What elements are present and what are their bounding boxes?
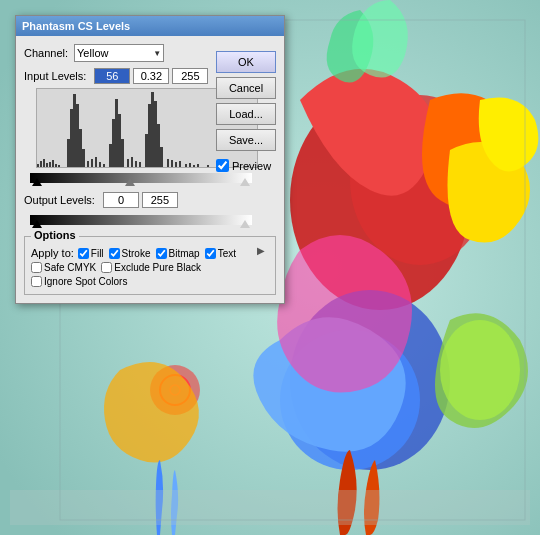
- svg-rect-50: [179, 161, 181, 167]
- dialog-title: Phantasm CS Levels: [22, 20, 130, 32]
- ignore-spot-label[interactable]: Ignore Spot Colors: [31, 276, 127, 287]
- options-inner: ▶ Apply to: Fill Stroke Bitmap: [31, 241, 269, 287]
- svg-rect-48: [171, 160, 173, 167]
- input-gradient-bar: [30, 173, 252, 183]
- svg-point-5: [440, 320, 520, 420]
- output-levels-inputs: [103, 192, 178, 208]
- channel-label: Channel:: [24, 47, 68, 59]
- svg-rect-16: [46, 163, 48, 167]
- svg-rect-40: [139, 162, 141, 167]
- apply-to-row: Apply to: Fill Stroke Bitmap: [31, 247, 269, 259]
- svg-rect-24: [76, 104, 79, 167]
- ignore-spot-text: Ignore Spot Colors: [44, 276, 127, 287]
- input-level-1[interactable]: [94, 68, 130, 84]
- text-checkbox[interactable]: [205, 248, 216, 259]
- text-label: Text: [218, 248, 236, 259]
- safe-cmyk-text: Safe CMYK: [44, 262, 96, 273]
- svg-rect-33: [112, 119, 115, 167]
- svg-rect-26: [82, 149, 85, 167]
- input-level-3[interactable]: [172, 68, 208, 84]
- svg-rect-52: [189, 163, 191, 167]
- stroke-checkbox-label[interactable]: Stroke: [109, 248, 151, 259]
- svg-rect-27: [87, 161, 89, 167]
- svg-rect-15: [43, 159, 45, 167]
- svg-rect-54: [197, 164, 199, 167]
- ignore-spot-row: Ignore Spot Colors: [31, 276, 269, 287]
- black-triangle[interactable]: [32, 178, 42, 186]
- dialog-titlebar: Phantasm CS Levels: [16, 16, 284, 36]
- options-expand-arrow[interactable]: ▶: [257, 245, 265, 256]
- svg-rect-34: [115, 99, 118, 167]
- svg-rect-20: [58, 165, 60, 167]
- svg-rect-42: [148, 104, 151, 167]
- svg-rect-44: [154, 101, 157, 167]
- svg-rect-45: [157, 124, 160, 167]
- bitmap-checkbox[interactable]: [156, 248, 167, 259]
- safe-cmyk-label[interactable]: Safe CMYK: [31, 262, 96, 273]
- svg-rect-19: [55, 164, 57, 167]
- white-triangle[interactable]: [240, 178, 250, 186]
- svg-rect-21: [67, 139, 70, 167]
- load-button[interactable]: Load...: [216, 103, 276, 125]
- channel-select[interactable]: Yellow RGB Red Green Blue Cyan Magenta: [74, 44, 164, 62]
- output-white-triangle[interactable]: [240, 220, 250, 228]
- output-black-triangle[interactable]: [32, 220, 42, 228]
- svg-rect-36: [121, 139, 124, 167]
- exclude-pure-black-checkbox[interactable]: [101, 262, 112, 273]
- svg-rect-29: [95, 157, 97, 167]
- cancel-button[interactable]: Cancel: [216, 77, 276, 99]
- ok-button[interactable]: OK: [216, 51, 276, 73]
- fill-label: Fill: [91, 248, 104, 259]
- svg-rect-53: [193, 165, 195, 167]
- svg-rect-18: [52, 160, 54, 167]
- mid-triangle[interactable]: [125, 178, 135, 186]
- svg-rect-25: [79, 129, 82, 167]
- preview-label: Preview: [232, 160, 271, 172]
- output-level-1[interactable]: [103, 192, 139, 208]
- output-levels-row: Output Levels:: [24, 192, 276, 208]
- svg-rect-23: [73, 94, 76, 167]
- save-button[interactable]: Save...: [216, 129, 276, 151]
- input-slider-area[interactable]: [30, 170, 252, 186]
- stroke-label: Stroke: [122, 248, 151, 259]
- safe-cmyk-row: Safe CMYK Exclude Pure Black: [31, 262, 269, 273]
- svg-rect-35: [118, 114, 121, 167]
- options-section: Options ▶ Apply to: Fill Stroke: [24, 236, 276, 295]
- levels-dialog: Phantasm CS Levels Channel: Yellow RGB R…: [15, 15, 285, 304]
- preview-row: Preview: [216, 159, 276, 172]
- input-levels-inputs: [94, 68, 208, 84]
- svg-rect-13: [37, 164, 39, 167]
- preview-checkbox-label[interactable]: Preview: [216, 159, 271, 172]
- svg-rect-30: [99, 162, 101, 167]
- ignore-spot-checkbox[interactable]: [31, 276, 42, 287]
- stroke-checkbox[interactable]: [109, 248, 120, 259]
- bitmap-label: Bitmap: [169, 248, 200, 259]
- channel-select-wrapper[interactable]: Yellow RGB Red Green Blue Cyan Magenta: [74, 44, 164, 62]
- options-legend: Options: [31, 229, 79, 241]
- exclude-pure-black-label[interactable]: Exclude Pure Black: [101, 262, 201, 273]
- safe-cmyk-checkbox[interactable]: [31, 262, 42, 273]
- svg-rect-51: [185, 164, 187, 167]
- output-levels-label: Output Levels:: [24, 194, 95, 206]
- input-levels-label: Input Levels:: [24, 70, 86, 82]
- bitmap-checkbox-label[interactable]: Bitmap: [156, 248, 200, 259]
- exclude-pure-black-text: Exclude Pure Black: [114, 262, 201, 273]
- svg-rect-49: [175, 162, 177, 167]
- svg-rect-31: [103, 164, 105, 167]
- svg-rect-39: [135, 161, 137, 167]
- fill-checkbox-label[interactable]: Fill: [78, 248, 104, 259]
- input-level-2[interactable]: [133, 68, 169, 84]
- output-slider-area[interactable]: [30, 212, 252, 228]
- svg-rect-22: [70, 109, 73, 167]
- preview-checkbox[interactable]: [216, 159, 229, 172]
- text-checkbox-label[interactable]: Text: [205, 248, 236, 259]
- output-level-2[interactable]: [142, 192, 178, 208]
- svg-rect-55: [207, 165, 209, 167]
- svg-rect-14: [40, 161, 42, 167]
- svg-rect-37: [127, 159, 129, 167]
- svg-rect-32: [109, 144, 112, 167]
- svg-rect-41: [145, 134, 148, 167]
- svg-rect-43: [151, 92, 154, 167]
- apply-to-label: Apply to:: [31, 247, 74, 259]
- fill-checkbox[interactable]: [78, 248, 89, 259]
